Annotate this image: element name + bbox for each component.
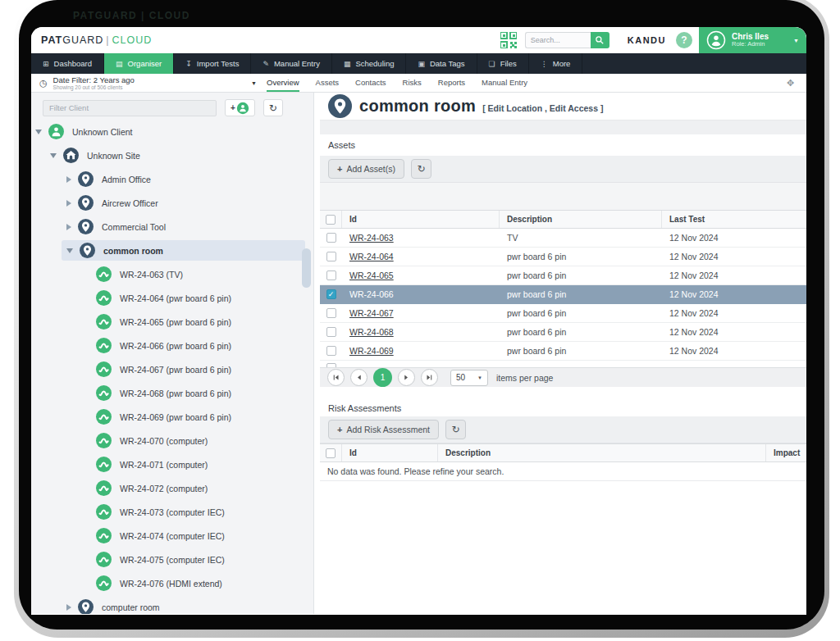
asset-id-link[interactable]: WR-24-064	[349, 252, 394, 261]
asset-table-row[interactable]: WR-24-065pwr board 6 pin12 Nov 2024	[320, 266, 806, 285]
current-page-button[interactable]: 1	[373, 368, 392, 387]
tree-asset-item[interactable]: WR-24-069 (pwr board 6 pin)	[31, 405, 313, 429]
first-page-button[interactable]	[327, 369, 345, 386]
tree-asset-item[interactable]: WR-24-065 (pwr board 6 pin)	[31, 310, 313, 334]
tree-asset-item[interactable]: WR-24-076 (HDMI extend)	[31, 571, 313, 595]
caret-down-icon[interactable]	[35, 130, 42, 134]
move-icon[interactable]: ✥	[787, 78, 797, 88]
column-header-impact[interactable]: Impact	[766, 444, 806, 461]
last-page-button[interactable]	[421, 369, 438, 386]
asset-icon	[96, 480, 112, 496]
column-header-id[interactable]: Id	[342, 444, 438, 461]
nav-item-files[interactable]: ❏Files	[477, 53, 529, 74]
tree-node[interactable]: Aircrew Officer	[31, 191, 313, 215]
caret-right-icon[interactable]	[66, 604, 71, 611]
row-checkbox[interactable]: ✓	[326, 289, 336, 299]
asset-id-link[interactable]: WR-24-067	[349, 308, 394, 318]
tree-asset-item[interactable]: WR-24-068 (pwr board 6 pin)	[31, 381, 313, 405]
caret-down-icon[interactable]	[66, 248, 73, 253]
search-button[interactable]	[591, 32, 609, 48]
search-input[interactable]	[525, 32, 591, 48]
filter-client-input[interactable]	[43, 100, 217, 116]
location-actions[interactable]: [ Edit Location , Edit Access ]	[482, 103, 603, 113]
help-button[interactable]: ?	[676, 32, 692, 48]
refresh-risk-button[interactable]: ↻	[445, 420, 466, 439]
tree-node[interactable]: Commercial Tool	[31, 215, 313, 239]
tree-asset-item[interactable]: WR-24-071 (computer)	[31, 452, 313, 476]
caret-right-icon[interactable]	[66, 224, 71, 230]
add-assets-button[interactable]: + Add Asset(s)	[328, 159, 404, 179]
plus-icon: +	[231, 103, 235, 112]
column-header-description[interactable]: Description	[438, 444, 766, 461]
tree-node-label: WR-24-069 (pwr board 6 pin)	[120, 412, 231, 422]
org-name: KANDU	[628, 35, 666, 45]
caret-right-icon[interactable]	[66, 176, 71, 183]
tab-risks[interactable]: Risks	[403, 74, 422, 92]
asset-id-link[interactable]: WR-24-066	[349, 289, 394, 299]
tree-asset-item[interactable]: WR-24-066 (pwr board 6 pin)	[31, 334, 313, 357]
asset-table-row[interactable]: ✓WR-24-066pwr board 6 pin12 Nov 2024	[320, 285, 806, 304]
column-header-last-test[interactable]: Last Test	[662, 211, 806, 228]
qr-code-icon[interactable]	[500, 32, 517, 48]
caret-down-icon[interactable]	[50, 153, 57, 158]
row-checkbox[interactable]	[326, 308, 336, 318]
tree-asset-item[interactable]: WR-24-064 (pwr board 6 pin)	[31, 286, 313, 310]
row-checkbox[interactable]	[326, 363, 336, 367]
tab-reports[interactable]: Reports	[438, 74, 465, 92]
tree-node[interactable]: computer room	[31, 595, 313, 614]
date-filter-caret-icon[interactable]: ▼	[251, 80, 257, 86]
nav-item-more[interactable]: ⋮More	[529, 53, 583, 74]
asset-table-row[interactable]: WR-24-068pwr board 6 pin12 Nov 2024	[320, 323, 806, 342]
asset-table-row[interactable]: WR-24-064pwr board 6 pin12 Nov 2024	[320, 248, 806, 266]
asset-table-row[interactable]: WR-24-067pwr board 6 pin12 Nov 2024	[320, 304, 806, 323]
tree-asset-item[interactable]: WR-24-075 (computer IEC)	[31, 548, 313, 571]
caret-right-icon[interactable]	[66, 200, 71, 207]
tab-manual-entry[interactable]: Manual Entry	[482, 74, 527, 92]
tab-overview[interactable]: Overview	[267, 74, 299, 92]
row-checkbox[interactable]	[326, 270, 336, 280]
tree-node[interactable]: Admin Office	[31, 167, 313, 191]
column-header-description[interactable]: Description	[500, 211, 662, 228]
nav-item-import-tests[interactable]: ↧Import Tests	[174, 53, 251, 74]
asset-table-row[interactable]: WR-24-063TV12 Nov 2024	[320, 229, 806, 248]
tree-asset-item[interactable]: WR-24-067 (pwr board 6 pin)	[31, 357, 313, 381]
refresh-assets-button[interactable]: ↻	[411, 159, 431, 179]
refresh-clients-button[interactable]: ↻	[263, 99, 283, 116]
asset-id-link[interactable]: WR-24-068	[349, 327, 394, 337]
nav-item-manual-entry[interactable]: ✎Manual Entry	[251, 53, 332, 74]
tree-asset-item[interactable]: WR-24-072 (computer)	[31, 476, 313, 500]
tree-asset-item[interactable]: WR-24-074 (computer IEC)	[31, 524, 313, 548]
column-header-id[interactable]: Id	[342, 211, 500, 228]
tree-asset-item[interactable]: WR-24-070 (computer)	[31, 429, 313, 452]
prev-page-button[interactable]	[350, 369, 368, 386]
tree-node[interactable]: Unknown Site	[31, 143, 313, 167]
tree-asset-item[interactable]: WR-24-063 (TV)	[31, 262, 313, 286]
tab-assets[interactable]: Assets	[316, 74, 340, 92]
app-body: + ↻ Unknown ClientUnknown SiteAdmin Offi…	[31, 93, 806, 614]
row-checkbox[interactable]	[326, 252, 336, 261]
asset-id-link[interactable]: WR-24-063	[349, 233, 394, 243]
tree-asset-item[interactable]: WR-24-073 (computer IEC)	[31, 500, 313, 524]
asset-table-row[interactable]: WR-24-069pwr board 6 pin12 Nov 2024	[320, 342, 806, 361]
row-checkbox[interactable]	[326, 327, 336, 337]
add-client-button[interactable]: +	[225, 99, 255, 116]
add-risk-assessment-button[interactable]: + Add Risk Assessment	[328, 420, 439, 439]
tree-node[interactable]: common room	[31, 239, 313, 262]
row-checkbox[interactable]	[326, 233, 336, 243]
select-all-checkbox[interactable]	[326, 215, 336, 225]
page-size-select[interactable]: 50 ▼	[450, 370, 488, 386]
select-all-checkbox[interactable]	[326, 448, 336, 458]
tab-contacts[interactable]: Contacts	[355, 74, 386, 92]
sidebar-scrollbar-thumb[interactable]	[302, 248, 311, 288]
date-filter[interactable]: ◷ Date Filter: 2 Years ago Showing 20 ou…	[39, 75, 135, 90]
nav-item-organiser[interactable]: ▤Organiser	[104, 53, 174, 74]
nav-item-dashboard[interactable]: ⊞Dashboard	[31, 53, 104, 74]
asset-id-link[interactable]: WR-24-069	[349, 346, 394, 356]
nav-item-scheduling[interactable]: ▦Scheduling	[332, 53, 407, 74]
asset-id-link[interactable]: WR-24-065	[349, 270, 394, 280]
nav-item-data-tags[interactable]: ▣Data Tags	[406, 53, 477, 74]
row-checkbox[interactable]	[326, 346, 336, 356]
tree-node[interactable]: Unknown Client	[31, 120, 313, 143]
user-panel[interactable]: Chris Iles Role: Admin ▼	[699, 27, 806, 53]
next-page-button[interactable]	[398, 369, 415, 386]
